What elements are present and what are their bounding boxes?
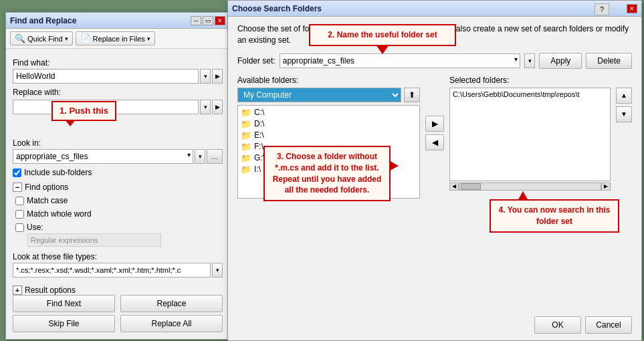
match-case-label: Match case bbox=[27, 196, 68, 205]
quick-find-button[interactable]: 🔍 Quick Find ▾ bbox=[10, 31, 73, 45]
file-types-label: Look at these file types: bbox=[13, 252, 223, 261]
folder-item-c[interactable]: 📁 C:\ bbox=[239, 107, 418, 118]
move-down-button[interactable]: ▼ bbox=[616, 106, 632, 122]
svg-marker-2 bbox=[518, 191, 528, 201]
up-down-buttons: ▲ ▼ bbox=[616, 88, 632, 122]
transfer-arrows: ▶ ◀ bbox=[425, 76, 444, 150]
replace-icon: 📄 bbox=[80, 33, 91, 43]
remove-folder-button[interactable]: ◀ bbox=[425, 134, 444, 150]
find-what-row: ▾ ▶ bbox=[13, 69, 223, 84]
apply-button[interactable]: Apply bbox=[539, 53, 582, 69]
horizontal-scrollbar[interactable] bbox=[459, 183, 601, 191]
move-up-button[interactable]: ▲ bbox=[616, 88, 632, 104]
selected-folders-inner: C:\Users\Gebb\Documents\tmp\repos\t ◀ ▶ bbox=[449, 88, 611, 191]
replace-button[interactable]: Replace bbox=[120, 295, 223, 312]
find-replace-title: Find and Replace bbox=[10, 16, 76, 25]
include-subfolders-label: Include sub-folders bbox=[24, 168, 92, 177]
use-label: Use: bbox=[27, 223, 43, 232]
choose-footer: OK Cancel bbox=[534, 316, 632, 334]
folder-icon: 📁 bbox=[241, 130, 251, 140]
close-button[interactable]: ✕ bbox=[215, 16, 225, 25]
folder-icon: 📁 bbox=[241, 119, 251, 129]
choose-close-button[interactable]: ✕ bbox=[627, 4, 637, 13]
folder-icon: 📁 bbox=[241, 142, 251, 152]
replace-with-row: 1. Push this ▾ ▶ bbox=[13, 100, 223, 114]
look-in-section: Look in: ▾ … bbox=[13, 138, 223, 164]
replace-all-button[interactable]: Replace All bbox=[120, 315, 223, 332]
look-in-arrow[interactable]: ▾ bbox=[195, 149, 205, 164]
find-next-button[interactable]: Find Next bbox=[13, 295, 115, 312]
callout-arrow-down bbox=[65, 120, 76, 126]
file-types-arrow[interactable]: ▾ bbox=[212, 263, 223, 277]
folder-icon: 📁 bbox=[241, 108, 251, 118]
replace-with-label: Replace with: bbox=[13, 88, 223, 97]
find-what-label: Find what: bbox=[13, 58, 223, 68]
match-case-checkbox[interactable] bbox=[15, 197, 24, 205]
options-section: Match case Match whole word Use: bbox=[13, 196, 223, 247]
replace-input-row: ▾ ▶ bbox=[13, 100, 223, 114]
dropdown-arrow2: ▾ bbox=[147, 35, 150, 42]
folder-refresh-button[interactable]: ⬆ bbox=[404, 88, 420, 102]
look-in-select[interactable] bbox=[13, 149, 193, 164]
scroll-left-button[interactable]: ◀ bbox=[449, 183, 459, 191]
ok-button[interactable]: OK bbox=[534, 316, 581, 334]
include-subfolders-row: Include sub-folders bbox=[13, 168, 223, 177]
find-options-label: Find options bbox=[25, 183, 68, 192]
button-row-2: Skip File Replace All bbox=[13, 315, 223, 332]
replace-next[interactable]: ▶ bbox=[212, 100, 223, 114]
callout2-arrow bbox=[376, 45, 389, 54]
find-replace-title-bar: Find and Replace ─ ▭ ✕ bbox=[6, 13, 229, 29]
minus-icon: − bbox=[13, 183, 22, 192]
choose-title-bar: Choose Search Folders ? ✕ bbox=[228, 1, 641, 17]
button-row-1: Find Next Replace bbox=[13, 295, 223, 312]
folder-set-arrow[interactable]: ▾ bbox=[524, 53, 535, 68]
folder-set-input[interactable] bbox=[280, 53, 521, 68]
find-what-arrow[interactable]: ▾ bbox=[200, 69, 211, 84]
selected-folders-list[interactable]: C:\Users\Gebb\Documents\tmp\repos\t bbox=[449, 88, 611, 181]
result-options-label: Result options bbox=[25, 286, 76, 295]
use-select-wrap bbox=[27, 233, 223, 247]
folder-select-wrap: My Computer ⬆ bbox=[237, 88, 420, 102]
find-replace-dialog: Find and Replace ─ ▭ ✕ 🔍 Quick Find ▾ 📄 … bbox=[5, 12, 230, 340]
toolbar: 🔍 Quick Find ▾ 📄 Replace in Files ▾ bbox=[6, 29, 229, 49]
restore-button[interactable]: ▭ bbox=[203, 16, 213, 25]
match-case-row: Match case bbox=[15, 196, 223, 205]
available-folders-label: Available folders: bbox=[237, 76, 420, 85]
available-folders-dropdown[interactable]: My Computer bbox=[237, 88, 401, 102]
svg-marker-0 bbox=[376, 45, 389, 54]
find-what-input[interactable] bbox=[13, 69, 199, 84]
scroll-right-button[interactable]: ▶ bbox=[601, 183, 611, 191]
skip-file-button[interactable]: Skip File bbox=[13, 315, 115, 332]
cancel-button[interactable]: Cancel bbox=[585, 316, 632, 334]
callout-search-ready: 4. You can now search in this folder set bbox=[490, 199, 619, 233]
match-whole-word-checkbox[interactable] bbox=[15, 210, 24, 219]
callout-push-this: 1. Push this bbox=[51, 101, 116, 121]
replace-arrow[interactable]: ▾ bbox=[200, 100, 211, 114]
browse-button[interactable]: … bbox=[207, 149, 223, 164]
folder-item-d[interactable]: 📁 D:\ bbox=[239, 118, 418, 130]
add-folder-button[interactable]: ▶ bbox=[425, 116, 444, 132]
folder-icon: 📁 bbox=[241, 164, 251, 175]
use-checkbox[interactable] bbox=[15, 223, 24, 232]
result-options-toggle[interactable]: + Result options bbox=[13, 286, 223, 295]
find-what-next[interactable]: ▶ bbox=[212, 69, 223, 84]
plus-icon: + bbox=[13, 286, 22, 295]
dropdown-arrow: ▾ bbox=[65, 35, 68, 42]
find-options-toggle[interactable]: − Find options bbox=[13, 183, 223, 192]
minimize-button[interactable]: ─ bbox=[191, 16, 201, 25]
find-replace-body: Find what: ▾ ▶ Replace with: 1. Push thi… bbox=[6, 49, 229, 300]
horizontal-scrollbar-row: ◀ ▶ bbox=[449, 183, 611, 191]
match-whole-word-label: Match whole word bbox=[27, 209, 92, 219]
delete-button[interactable]: Delete bbox=[586, 53, 632, 69]
callout-name-folder-set: 2. Name the useful folder set bbox=[309, 24, 456, 46]
find-replace-title-buttons: ─ ▭ ✕ bbox=[191, 16, 225, 25]
replace-in-files-button[interactable]: 📄 Replace in Files ▾ bbox=[76, 31, 155, 45]
selected-folders-container: C:\Users\Gebb\Documents\tmp\repos\t ◀ ▶ … bbox=[449, 88, 632, 191]
include-subfolders-checkbox[interactable] bbox=[13, 168, 21, 177]
help-button[interactable]: ? bbox=[595, 3, 609, 15]
look-in-row: ▾ … bbox=[13, 149, 223, 164]
file-types-input[interactable] bbox=[13, 263, 211, 277]
folder-set-wrap bbox=[280, 53, 521, 68]
file-types-section: Look at these file types: ▾ bbox=[13, 252, 223, 277]
folder-item-e[interactable]: 📁 E:\ bbox=[239, 130, 418, 141]
